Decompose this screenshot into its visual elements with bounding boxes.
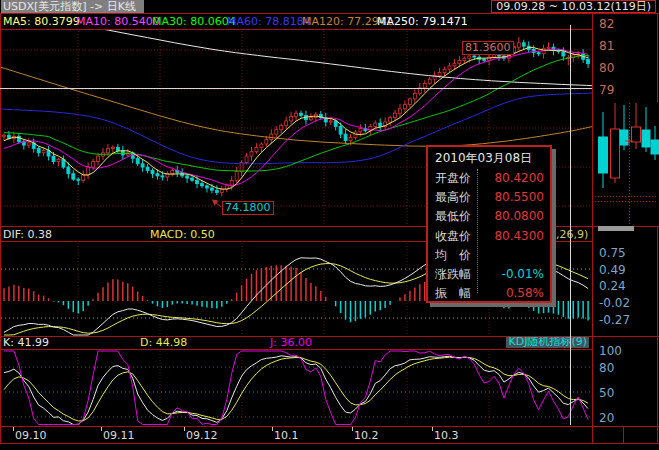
x-axis-label: 09.11 — [103, 429, 135, 442]
popup-date-title: 2010年03月08日 — [428, 147, 550, 169]
separator — [0, 29, 592, 30]
popup-row: 最低价80.0800 — [428, 207, 550, 226]
app-title: USDX[美元指数] -> 日K线 — [1, 0, 144, 13]
popup-row: 涨跌幅-0.01% — [428, 265, 550, 284]
ma-legend-item-ma60: MA60: 78.8184 — [227, 14, 311, 29]
dif-value: DIF: 0.38 — [3, 228, 52, 241]
popup-divider — [477, 169, 478, 293]
app-window: USDX[美元指数] -> 日K线 09.09.28 ~ 10.03.12(11… — [0, 0, 659, 450]
kdj-scale-label: 20 — [599, 411, 654, 425]
popup-row-value: 80.0800 — [494, 207, 544, 226]
ma-legend-item-ma10: MA10: 80.5400 — [76, 14, 160, 29]
separator — [0, 336, 659, 337]
x-axis-label: 10.2 — [354, 429, 379, 442]
kdj-header: K: 41.99 D: 44.98 J: 36.00 KDJ随机指标(9) — [0, 337, 592, 349]
popup-row-label: 收盘价 — [435, 227, 471, 246]
price-scale-label: 79 — [599, 83, 654, 97]
popup-row-label: 最高价 — [435, 188, 471, 207]
price-scale-label: 82 — [599, 17, 654, 31]
x-axis-tick — [352, 427, 353, 431]
separator — [0, 426, 659, 427]
macd-value: MACD: 0.50 — [150, 228, 215, 241]
window-border-right — [657, 13, 658, 444]
price-low-label: 74.1800 — [222, 201, 274, 215]
ma-legend: MA5: 80.3799MA10: 80.5400MA30: 80.0604MA… — [0, 14, 592, 29]
ma-legend-item-ma5: MA5: 80.3799 — [3, 14, 80, 29]
kdj-scale-label: 80 — [599, 361, 654, 375]
d-value: D: 44.98 — [140, 337, 187, 349]
price-high-label: 81.3600 — [462, 41, 514, 55]
magnifier-window — [594, 102, 659, 226]
price-scale-label: 81 — [599, 39, 654, 53]
popup-row-label: 最低价 — [435, 207, 471, 226]
popup-row-value: 0.58% — [506, 284, 544, 303]
popup-row-value: -0.01% — [502, 265, 544, 284]
titlebar: USDX[美元指数] -> 日K线 09.09.28 ~ 10.03.12(11… — [0, 0, 659, 13]
k-value: K: 41.99 — [3, 337, 49, 349]
popup-row-value: 80.4200 — [494, 169, 544, 188]
x-axis-tick — [101, 427, 102, 431]
popup-rows: 开盘价80.4200最高价80.5500最低价80.0800收盘价80.4300… — [428, 169, 550, 303]
macd-scale-label: 0.75 — [599, 246, 654, 260]
magnifier-canvas — [594, 102, 659, 226]
date-range-badge: 09.09.28 ~ 10.03.12(119日) — [491, 0, 656, 13]
x-axis-tick — [13, 427, 14, 431]
x-axis-label: 10.3 — [434, 429, 459, 442]
macd-scale-label: -0.27 — [599, 313, 654, 327]
macd-scale-label: 0.49 — [599, 263, 654, 277]
corner-border — [623, 426, 624, 443]
info-popup: 2010年03月08日 开盘价80.4200最高价80.5500最低价80.08… — [426, 145, 552, 303]
magnifier-scrollbar[interactable] — [598, 226, 634, 231]
ma-legend-item-ma250: MA250: 79.1471 — [377, 14, 468, 29]
popup-row-label: 开盘价 — [435, 169, 471, 188]
kdj-canvas[interactable] — [0, 350, 592, 426]
x-axis-tick — [432, 427, 433, 431]
kdj-scale-label: 50 — [599, 386, 654, 400]
popup-row: 最高价80.5500 — [428, 188, 550, 207]
x-axis-tick — [184, 427, 185, 431]
ma-legend-item-ma30: MA30: 80.0604 — [152, 14, 236, 29]
x-axis-tick — [272, 427, 273, 431]
separator — [0, 443, 659, 444]
panel-border — [592, 13, 593, 444]
popup-row-label: 振 幅 — [435, 284, 471, 303]
separator — [0, 226, 659, 227]
separator — [0, 349, 592, 350]
popup-row: 均 价 — [428, 246, 550, 265]
kdj-indicator-label[interactable]: KDJ随机指标(9) — [506, 336, 589, 348]
popup-row-label: 涨跌幅 — [435, 265, 471, 284]
separator — [0, 13, 659, 14]
macd-params-suffix: 2,26,9) — [549, 228, 588, 241]
x-axis-label: 10.1 — [274, 429, 299, 442]
crosshair-vertical — [570, 25, 571, 425]
popup-row-label: 均 价 — [435, 246, 471, 265]
macd-scale-label: -0.02 — [599, 296, 654, 310]
crosshair-horizontal — [0, 88, 592, 89]
kdj-scale-label: 100 — [599, 344, 654, 358]
popup-row: 收盘价80.4300 — [428, 227, 550, 246]
window-border-left — [0, 13, 1, 444]
macd-scale-label: 0.24 — [599, 279, 654, 293]
price-scale-label: 80 — [599, 61, 654, 75]
popup-row-value: 80.4300 — [494, 227, 544, 246]
popup-row-value: 80.5500 — [494, 188, 544, 207]
popup-row: 开盘价80.4200 — [428, 169, 550, 188]
x-axis-label: 09.10 — [15, 429, 47, 442]
j-value: J: 36.00 — [270, 337, 312, 349]
x-axis: 09.1009.1109.1210.110.210.3 — [0, 427, 659, 443]
popup-row: 振 幅0.58% — [428, 284, 550, 303]
x-axis-label: 09.12 — [186, 429, 218, 442]
